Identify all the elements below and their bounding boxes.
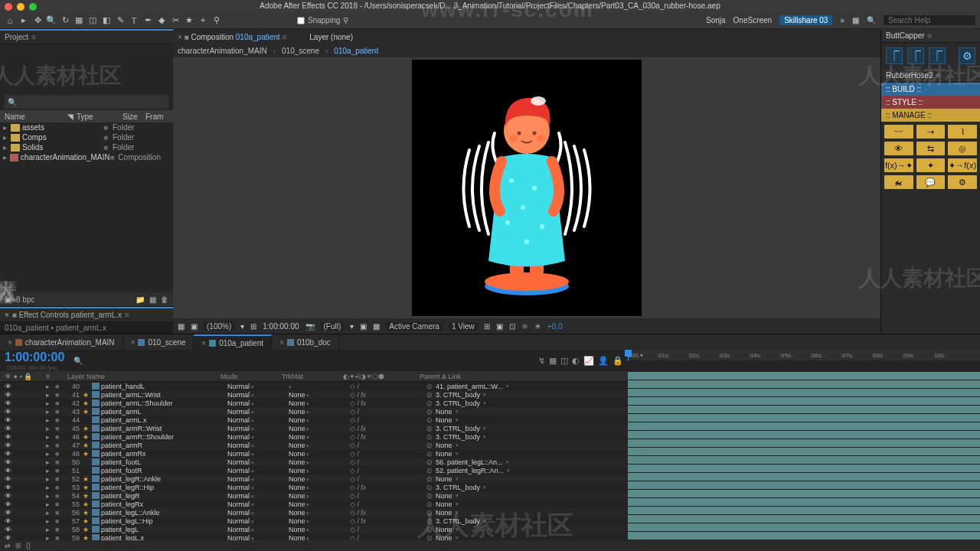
layer-switches[interactable]: ◇ / xyxy=(350,450,426,458)
layer-name[interactable]: patient_armR xyxy=(101,442,227,449)
expand-icon[interactable]: ⊞ xyxy=(15,542,21,549)
twisty-icon[interactable]: ▸ xyxy=(46,484,55,491)
blend-mode-dropdown[interactable]: Normal xyxy=(227,509,289,517)
layer-duration-bar[interactable] xyxy=(628,439,980,448)
breadcrumb-item[interactable]: characterAnimation_MAIN xyxy=(178,47,267,55)
rh-chat-icon[interactable]: 💬 xyxy=(916,175,946,189)
project-item[interactable]: ▸ assets ■ Folder xyxy=(0,122,173,132)
layer-switches[interactable]: ◇ / fx xyxy=(350,425,426,432)
mask-icon[interactable]: ▣ xyxy=(496,322,503,331)
workspace-one[interactable]: OneScreen xyxy=(733,16,773,24)
visibility-icon[interactable]: 👁 xyxy=(5,509,11,517)
twisty-icon[interactable]: ▸ xyxy=(46,509,55,517)
layer-row[interactable]: 👁 ▸ ■ 48 ★ patient_armRx Normal None ◇ /… xyxy=(0,449,628,458)
label-color-icon[interactable]: ■ xyxy=(55,534,61,541)
zoom-dropdown[interactable]: (100%) xyxy=(204,322,234,331)
exposure-value[interactable]: +0,0 xyxy=(547,322,563,331)
parent-dropdown[interactable]: None xyxy=(426,500,628,508)
layer-name[interactable]: patient_armR::Shoulder xyxy=(101,433,227,441)
layer-duration-bar[interactable] xyxy=(628,397,980,406)
twisty-icon[interactable]: ▸ xyxy=(3,123,11,132)
visibility-icon[interactable]: 👁 xyxy=(5,383,11,390)
blend-mode-dropdown[interactable]: Normal xyxy=(227,450,289,458)
label-color-icon[interactable]: ■ xyxy=(55,433,61,441)
col-layer-name[interactable]: Layer Name xyxy=(67,373,105,380)
parent-dropdown[interactable]: 3. CTRL_body xyxy=(426,391,628,399)
label-color-icon[interactable]: ■ xyxy=(55,383,61,390)
roi-icon[interactable]: ▣ xyxy=(360,322,367,331)
eraser-tool-icon[interactable]: ✂ xyxy=(170,15,181,26)
visibility-icon[interactable]: 👁 xyxy=(5,467,11,474)
col-type[interactable]: Type xyxy=(77,112,122,121)
blend-mode-dropdown[interactable]: Normal xyxy=(227,526,289,533)
visibility-icon[interactable]: 👁 xyxy=(5,526,11,533)
maximize-icon[interactable] xyxy=(29,3,37,11)
clone-tool-icon[interactable]: ◆ xyxy=(156,15,167,26)
cap-round-button[interactable]: ⎾ xyxy=(907,47,924,64)
visibility-icon[interactable]: 👁 xyxy=(5,484,11,491)
project-item[interactable]: ▸ Solids ■ Folder xyxy=(0,142,173,152)
layer-name[interactable]: patient_legRx xyxy=(101,500,227,508)
layer-row[interactable]: 👁 ▸ ■ 54 ★ patient_legR Normal None ◇ / … xyxy=(0,491,628,500)
blend-mode-dropdown[interactable]: Normal xyxy=(227,492,289,500)
layer-switches[interactable]: ◇ / xyxy=(350,458,426,466)
rh-path-icon[interactable]: ⌇ xyxy=(948,125,977,139)
twisty-icon[interactable]: ▸ xyxy=(46,383,55,390)
trkmat-dropdown[interactable]: None xyxy=(289,475,350,483)
layer-name[interactable]: patient_armR::Wrist xyxy=(101,425,227,432)
twisty-icon[interactable]: ▸ xyxy=(46,500,55,508)
blend-mode-dropdown[interactable]: Normal xyxy=(227,475,289,483)
rh-hose-icon[interactable]: 〰 xyxy=(884,125,913,139)
hand-tool-icon[interactable]: ✥ xyxy=(32,15,43,26)
camera-dropdown[interactable]: Active Camera xyxy=(386,322,443,331)
layer-switches[interactable]: ◇ / xyxy=(350,467,426,474)
layer-name[interactable]: patient_armL.x xyxy=(101,416,227,424)
snapshot-icon[interactable]: 📷 xyxy=(305,322,315,331)
trkmat-dropdown[interactable]: None xyxy=(289,534,350,541)
blend-mode-dropdown[interactable]: Normal xyxy=(227,399,289,407)
label-color-icon[interactable]: ■ xyxy=(55,526,61,533)
bpc-button[interactable]: 8 bpc xyxy=(16,295,34,304)
rh-arrow-icon[interactable]: ⇆ xyxy=(916,142,946,155)
layer-duration-bar[interactable] xyxy=(628,431,980,439)
chevron-down-icon[interactable]: ▾ xyxy=(240,322,244,331)
timecode-display[interactable]: 1:00:00:00 xyxy=(5,350,64,364)
layer-name[interactable]: patient_legL xyxy=(101,526,227,533)
blend-mode-dropdown[interactable]: Normal xyxy=(227,416,289,424)
col-frame[interactable]: Fram xyxy=(145,112,168,121)
visibility-icon[interactable]: 👁 xyxy=(5,534,11,541)
rubberhose-style-section[interactable]: :: STYLE :: xyxy=(881,96,980,109)
layer-switches[interactable]: ◇ / xyxy=(350,526,426,533)
snapping-checkbox[interactable] xyxy=(297,17,305,24)
layer-duration-bar[interactable] xyxy=(628,507,980,515)
tl-graph-icon[interactable]: 📈 xyxy=(583,356,594,366)
blend-mode-dropdown[interactable]: Normal xyxy=(227,442,289,449)
rh-link-icon[interactable]: ⇢ xyxy=(916,125,946,139)
cap-settings-button[interactable]: ⚙ xyxy=(959,47,975,64)
layer-name[interactable]: patient_footR xyxy=(101,467,227,474)
local-axis-icon[interactable]: ⚲ xyxy=(211,15,222,26)
layer-switches[interactable]: ◇ / fx xyxy=(350,391,426,399)
layer-switches[interactable]: ◇ / fx xyxy=(350,509,426,517)
twisty-icon[interactable]: ▸ xyxy=(46,450,55,458)
rotate-tool-icon[interactable]: ↻ xyxy=(60,15,70,26)
home-icon[interactable]: ⌂ xyxy=(5,15,15,26)
layer-row[interactable]: 👁 ▸ ■ 52 ★ patient_legR::Ankle Normal No… xyxy=(0,474,628,483)
trkmat-dropdown[interactable]: None xyxy=(289,500,350,508)
parent-dropdown[interactable]: 41. patient_armL::W... xyxy=(426,383,628,390)
transparency-icon[interactable]: ▦ xyxy=(373,322,380,331)
col-label-icon[interactable]: ◥ xyxy=(67,112,77,121)
panel-menu-icon[interactable]: ≡ xyxy=(282,33,286,41)
close-icon[interactable]: × xyxy=(131,338,136,347)
twisty-icon[interactable]: ▸ xyxy=(3,133,11,142)
composition-viewer[interactable] xyxy=(173,57,880,318)
views-dropdown[interactable]: 1 View xyxy=(449,322,478,331)
trkmat-dropdown[interactable]: None xyxy=(289,458,350,466)
type-tool-icon[interactable]: T xyxy=(129,15,139,26)
layer-row[interactable]: 👁 ▸ ■ 58 ★ patient_legL Normal None ◇ / … xyxy=(0,525,628,533)
col-parent[interactable]: Parent & Link xyxy=(420,373,461,380)
zoom-tool-icon[interactable]: 🔍 xyxy=(46,15,57,26)
visibility-icon[interactable]: 👁 xyxy=(5,416,11,424)
puppet-tool-icon[interactable]: ⌖ xyxy=(198,15,208,26)
parent-dropdown[interactable]: None xyxy=(426,526,628,533)
